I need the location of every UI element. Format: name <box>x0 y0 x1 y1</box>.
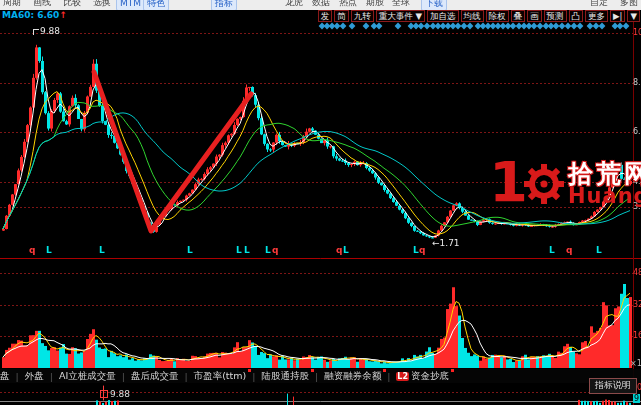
menu-item-数据[interactable]: 数据 <box>312 0 330 9</box>
tab-盘后成交量[interactable]: 盘后成交量 <box>125 370 185 383</box>
toolbar-button[interactable]: 加自选 <box>427 10 459 22</box>
watermark-domain: Huang.CN <box>568 186 641 206</box>
toolbar-button[interactable]: 发 <box>318 10 333 22</box>
menu-item-全球[interactable]: 全球 <box>392 0 410 9</box>
tab-外盘[interactable]: 外盘 <box>19 370 50 383</box>
volume-axis-label: 16 <box>633 332 641 340</box>
chart-event-marker[interactable]: q <box>272 246 278 255</box>
tab-融资融券余额[interactable]: 融资融券余额 <box>318 370 387 383</box>
chart-event-marker[interactable]: L <box>236 246 242 255</box>
toolbar-button[interactable]: 重大事件 ▼ <box>376 10 425 22</box>
chart-event-marker[interactable]: q <box>29 246 35 255</box>
price-axis-label: 8. <box>633 79 641 87</box>
watermark-number: 1 <box>489 158 526 206</box>
menu-item-期股[interactable]: 期股 <box>366 0 384 9</box>
price-axis-label: 10 <box>633 29 641 37</box>
low-price-annotation: ←1.71 <box>432 238 460 248</box>
l2-badge: L2 <box>396 372 409 381</box>
volume-axis-label: 32 <box>633 301 641 309</box>
notification-dot <box>248 369 251 372</box>
tab-AI立桩成交量[interactable]: AI立桩成交量 <box>53 370 122 383</box>
chart-event-marker[interactable]: q <box>566 246 572 255</box>
chart-event-marker[interactable]: L <box>265 246 271 255</box>
corner-pointer-icon <box>33 29 39 35</box>
indicator-help-button[interactable]: 指标说明 <box>589 378 637 394</box>
menu-item-比较[interactable]: 比较 <box>63 0 81 9</box>
volume-unit-label: ×1 <box>630 359 641 368</box>
toolbar-button[interactable]: 九转 <box>351 10 374 22</box>
toolbar-button[interactable]: ▼ <box>627 10 640 22</box>
tab-市盈率(ttm)[interactable]: 市盈率(ttm) <box>188 370 253 383</box>
indicator-tab-bar: 盘|外盘|AI立桩成交量|盘后成交量|市盈率(ttm)|陆股通持股|融资融券余额… <box>0 369 641 383</box>
chart-event-marker[interactable]: L <box>187 246 193 255</box>
menu-item-龙虎[interactable]: 龙虎 <box>285 0 303 9</box>
tab-盘[interactable]: 盘 <box>0 370 16 383</box>
chart-event-marker[interactable]: L <box>413 246 419 255</box>
chart-toolbar-row: MA60: 6.60↑ 发简九转重大事件 ▼加自选均线除权叠画预测凸更多▶|▼ <box>0 10 641 22</box>
trading-app-window: 周期画线比较选换MTM特色指标龙虎数据热点期股全球下载自定多图 MA60: 6.… <box>0 0 641 405</box>
price-axis-label: 6. <box>633 128 641 136</box>
menu-item-周期[interactable]: 周期 <box>3 0 21 9</box>
toolbar-button[interactable]: 叠 <box>511 10 526 22</box>
watermark-site-name: 拾荒网 <box>568 162 641 186</box>
notification-dot <box>311 369 314 372</box>
menu-item-多图[interactable]: 多图 <box>620 0 638 9</box>
chart-tool-buttons: 发简九转重大事件 ▼加自选均线除权叠画预测凸更多▶|▼ <box>318 10 640 22</box>
chart-event-marker[interactable]: L <box>596 246 602 255</box>
menu-item-选换[interactable]: 选换 <box>93 0 111 9</box>
toolbar-button[interactable]: 画 <box>527 10 542 22</box>
toolbar-button[interactable]: 除权 <box>486 10 509 22</box>
toolbar-button[interactable]: 凸 <box>569 10 584 22</box>
mini-pane-marker-icon <box>100 390 108 398</box>
toolbar-button[interactable]: 均线 <box>461 10 484 22</box>
peak-price-annotation: 9.88 <box>33 26 60 36</box>
tab-陆股通持股[interactable]: 陆股通持股 <box>255 370 315 383</box>
mini-pane-price-badge: 9 <box>633 394 640 403</box>
menu-item-自定[interactable]: 自定 <box>590 0 608 9</box>
toolbar-button[interactable]: ▶| <box>610 10 625 22</box>
toolbar-button[interactable]: 更多 <box>585 10 608 22</box>
mini-pane-peak-label: 9.88 <box>110 389 130 399</box>
up-arrow-icon: ↑ <box>59 10 67 20</box>
chart-event-marker[interactable]: q <box>419 246 425 255</box>
toolbar-button[interactable]: 简 <box>334 10 349 22</box>
gear-icon <box>524 164 564 204</box>
chart-event-marker[interactable]: L <box>549 246 555 255</box>
notification-dot <box>451 369 454 372</box>
menu-item-画线[interactable]: 画线 <box>33 0 51 9</box>
watermark: 1 拾荒网 Huang.CN <box>489 158 641 206</box>
menu-item-热点[interactable]: 热点 <box>339 0 357 9</box>
ma60-value-label: MA60: 6.60↑ <box>2 10 67 20</box>
volume-axis-label: 48 <box>633 269 641 277</box>
chart-event-marker[interactable]: L <box>46 246 52 255</box>
chart-event-marker[interactable]: L <box>343 246 349 255</box>
chart-event-marker[interactable]: q <box>336 246 342 255</box>
tab-资金抄底[interactable]: L2资金抄底 <box>390 370 455 383</box>
chart-event-marker[interactable]: L <box>99 246 105 255</box>
toolbar-button[interactable]: 预测 <box>544 10 567 22</box>
chart-event-marker[interactable]: L <box>244 246 250 255</box>
notification-dot <box>383 369 386 372</box>
